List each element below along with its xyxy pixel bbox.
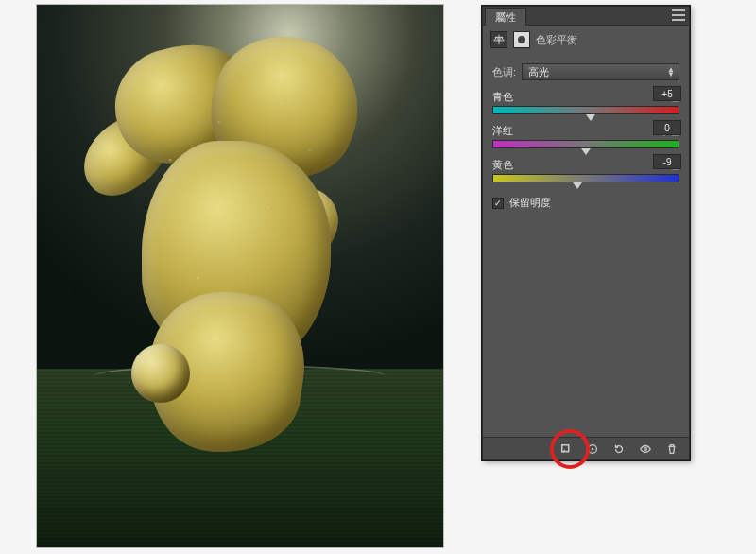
preserve-luminosity-checkbox[interactable]: ✓ [492, 198, 504, 209]
panel-collapse-icon[interactable] [674, 0, 685, 1]
panel-menu-icon[interactable] [672, 9, 685, 21]
adjustment-header: 色彩平衡 [483, 26, 689, 54]
color-balance-icon [490, 31, 507, 48]
slider-left-label: 青色 [492, 90, 513, 104]
reset-icon[interactable] [611, 441, 627, 457]
adjustment-title: 色彩平衡 [536, 33, 577, 47]
clip-to-layer-icon[interactable] [558, 441, 574, 457]
slider-value-input[interactable]: +5 [653, 86, 681, 101]
view-previous-icon[interactable] [585, 441, 600, 457]
svg-point-3 [644, 447, 647, 450]
panel-tab-properties[interactable]: 屬性 [485, 8, 526, 26]
slider-track[interactable] [492, 174, 679, 182]
document-canvas[interactable] [36, 4, 444, 548]
chevron-updown-icon: ▲▼ [667, 67, 675, 77]
slider-track[interactable] [492, 140, 679, 148]
panel-tab-bar: 屬性 [483, 7, 689, 26]
artwork-subject [65, 18, 415, 491]
slider-value-input[interactable]: -9 [653, 154, 681, 169]
layer-mask-icon[interactable] [513, 31, 530, 48]
delete-icon[interactable] [664, 441, 679, 457]
slider-thumb[interactable] [573, 182, 582, 189]
slider-left-label: 洋红 [492, 124, 513, 138]
slider-thumb[interactable] [586, 114, 595, 121]
panel-footer [483, 437, 689, 459]
slider-cyan-red: 青色 红色 +5 [492, 90, 679, 114]
slider-thumb[interactable] [581, 148, 591, 155]
tone-dropdown[interactable]: 高光 ▲▼ [522, 63, 679, 80]
preserve-luminosity-label: 保留明度 [509, 196, 551, 210]
slider-yellow-blue: 黄色 蓝色 -9 [492, 158, 679, 182]
properties-panel: 屬性 色彩平衡 色调: 高光 ▲▼ 青色 红色 +5 [482, 6, 690, 460]
slider-track[interactable] [492, 106, 679, 114]
tone-label: 色调: [492, 65, 516, 79]
tone-value: 高光 [528, 65, 549, 79]
slider-magenta-green: 洋红 绿色 0 [492, 124, 679, 148]
svg-point-2 [592, 447, 594, 450]
artwork-ball [131, 344, 190, 403]
slider-left-label: 黄色 [492, 158, 513, 172]
visibility-icon[interactable] [638, 441, 653, 457]
slider-value-input[interactable]: 0 [653, 120, 681, 135]
